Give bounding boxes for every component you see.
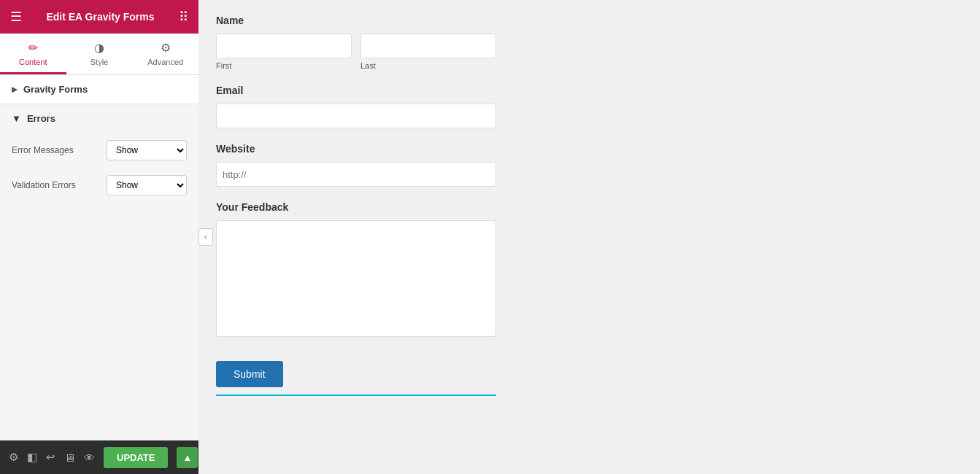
settings-icon[interactable]: ⚙: [9, 451, 18, 464]
errors-header[interactable]: ▼ Errors: [0, 104, 198, 133]
website-input[interactable]: [216, 162, 496, 187]
error-messages-select[interactable]: Show Hide: [107, 140, 187, 160]
preview-icon[interactable]: 👁: [84, 451, 95, 464]
style-tab-icon: ◑: [94, 41, 104, 55]
validation-errors-select[interactable]: Show Hide: [107, 175, 187, 195]
tab-style-label: Style: [90, 58, 108, 66]
first-name-col: First: [216, 34, 352, 70]
error-messages-row: Error Messages Show Hide: [0, 133, 198, 168]
first-name-input[interactable]: [216, 34, 352, 58]
feedback-field-label: Your Feedback: [216, 201, 496, 213]
panel-title: Edit EA Gravity Forms: [46, 11, 154, 23]
email-input[interactable]: [216, 104, 496, 128]
errors-arrow-icon: ▼: [12, 113, 21, 124]
gravity-forms-arrow-icon: ▶: [12, 85, 18, 93]
feedback-field-group: Your Feedback: [216, 201, 496, 339]
email-field-group: Email: [216, 85, 496, 128]
collapse-panel-button[interactable]: ‹: [198, 228, 213, 246]
content-tab-icon: ✏: [28, 41, 38, 55]
submit-button[interactable]: Submit: [216, 361, 283, 387]
name-field-group: Name First Last: [216, 15, 496, 70]
errors-section: ▼ Errors Error Messages Show Hide Valida…: [0, 104, 198, 203]
bottom-bar: ⚙ ◧ ↩ 🖥 👁 UPDATE ▲: [0, 440, 198, 474]
error-messages-label: Error Messages: [12, 145, 101, 155]
tab-style[interactable]: ◑ Style: [66, 34, 133, 74]
tab-advanced-label: Advanced: [147, 58, 183, 66]
feedback-textarea[interactable]: [216, 220, 496, 337]
form-preview: Name First Last Email: [198, 0, 514, 474]
tab-advanced[interactable]: ⚙ Advanced: [132, 34, 198, 74]
last-name-col: Last: [360, 34, 496, 70]
tabs-bar: ✏ Content ◑ Style ⚙ Advanced: [0, 34, 198, 75]
website-field-label: Website: [216, 143, 496, 155]
grid-icon[interactable]: ⠿: [179, 9, 188, 25]
hamburger-menu-icon[interactable]: ☰: [10, 9, 22, 25]
name-row: First Last: [216, 34, 496, 70]
history-icon[interactable]: ↩: [46, 451, 55, 464]
first-name-sub-label: First: [216, 61, 352, 70]
update-button[interactable]: UPDATE: [104, 447, 168, 468]
advanced-tab-icon: ⚙: [161, 41, 171, 55]
validation-errors-row: Validation Errors Show Hide: [0, 168, 198, 203]
gravity-forms-section: ▶ Gravity Forms: [0, 75, 198, 104]
layers-icon[interactable]: ◧: [27, 451, 37, 464]
validation-errors-label: Validation Errors: [12, 180, 101, 190]
gravity-forms-label: Gravity Forms: [23, 84, 88, 95]
tab-content-label: Content: [19, 58, 47, 66]
email-field-label: Email: [216, 85, 496, 96]
blue-border-divider: [216, 395, 496, 396]
panel-content: ▶ Gravity Forms ▼ Errors Error Messages …: [0, 75, 198, 474]
errors-label: Errors: [27, 113, 55, 124]
responsive-icon[interactable]: 🖥: [64, 451, 75, 464]
top-header: ☰ Edit EA Gravity Forms ⠿: [0, 0, 198, 34]
gravity-forms-header[interactable]: ▶ Gravity Forms: [0, 75, 198, 104]
tab-content[interactable]: ✏ Content: [0, 34, 66, 74]
name-field-label: Name: [216, 15, 496, 26]
update-arrow-button[interactable]: ▲: [177, 447, 198, 468]
website-field-group: Website: [216, 143, 496, 187]
last-name-input[interactable]: [360, 34, 496, 58]
main-content-area: Name First Last Email: [198, 0, 514, 474]
last-name-sub-label: Last: [360, 61, 496, 70]
